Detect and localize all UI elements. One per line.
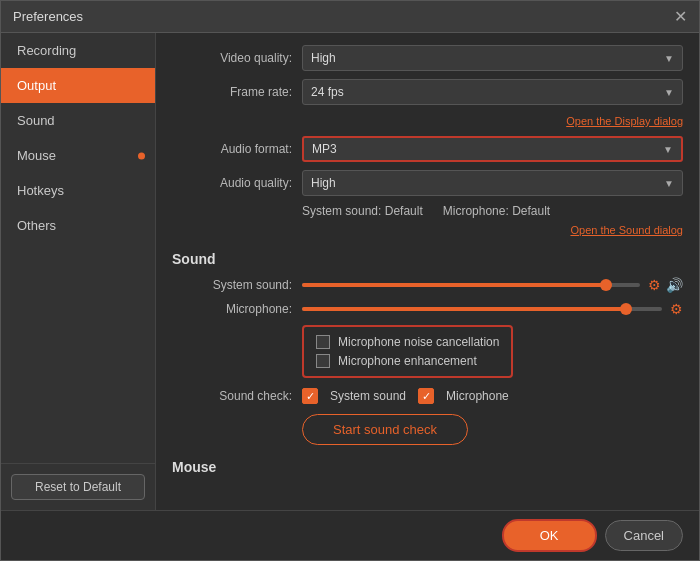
sidebar-item-label: Others	[17, 218, 56, 233]
open-sound-dialog-row: Open the Sound dialog	[172, 222, 683, 237]
noise-cancellation-label: Microphone noise cancellation	[338, 335, 499, 349]
window-title: Preferences	[13, 9, 83, 24]
system-sound-status-label: System sound:	[302, 204, 381, 218]
sidebar-item-sound[interactable]: Sound	[1, 103, 155, 138]
microphone-thumb[interactable]	[620, 303, 632, 315]
audio-format-value: MP3	[312, 142, 337, 156]
video-quality-dropdown[interactable]: High ▼	[302, 45, 683, 71]
system-sound-slider[interactable]	[302, 283, 640, 287]
sidebar-bottom: Reset to Default	[1, 463, 155, 510]
dropdown-arrow-icon: ▼	[664, 87, 674, 98]
system-sound-slider-row: System sound: ⚙ 🔊	[172, 277, 683, 293]
audio-quality-value: High	[311, 176, 336, 190]
microphone-enhancement-row: Microphone enhancement	[316, 354, 499, 368]
sidebar-item-mouse[interactable]: Mouse	[1, 138, 155, 173]
dropdown-arrow-icon: ▼	[664, 53, 674, 64]
sidebar: Recording Output Sound Mouse Hotkeys Oth…	[1, 33, 156, 510]
video-quality-label: Video quality:	[172, 51, 292, 65]
sidebar-item-label: Mouse	[17, 148, 56, 163]
right-panel: Video quality: High ▼ Frame rate: 24 fps…	[156, 33, 699, 510]
microphone-slider-label: Microphone:	[172, 302, 292, 316]
sound-check-items: System sound Microphone	[302, 388, 509, 404]
system-sound-status-value: Default	[385, 204, 423, 218]
microphone-icons: ⚙	[670, 301, 683, 317]
open-display-dialog-row: Open the Display dialog	[172, 113, 683, 128]
open-display-dialog-link[interactable]: Open the Display dialog	[566, 115, 683, 127]
sidebar-item-recording[interactable]: Recording	[1, 33, 155, 68]
sidebar-item-label: Recording	[17, 43, 76, 58]
frame-rate-row: Frame rate: 24 fps ▼	[172, 79, 683, 105]
start-sound-check-button[interactable]: Start sound check	[302, 414, 468, 445]
microphone-status-label: Microphone:	[443, 204, 509, 218]
sidebar-item-hotkeys[interactable]: Hotkeys	[1, 173, 155, 208]
microphone-enhancement-checkbox[interactable]	[316, 354, 330, 368]
sound-status-row: System sound: Default Microphone: Defaul…	[172, 204, 683, 218]
noise-cancellation-checkbox[interactable]	[316, 335, 330, 349]
microphone-status-value: Default	[512, 204, 550, 218]
system-sound-track	[302, 283, 640, 287]
microphone-track	[302, 307, 662, 311]
microphone-options-section: Microphone noise cancellation Microphone…	[302, 325, 513, 378]
microphone-enhancement-label: Microphone enhancement	[338, 354, 477, 368]
noise-cancellation-row: Microphone noise cancellation	[316, 335, 499, 349]
cancel-button[interactable]: Cancel	[605, 520, 683, 551]
settings-icon[interactable]: ⚙	[670, 301, 683, 317]
microphone-fill	[302, 307, 626, 311]
sound-check-mic-checkbox[interactable]	[418, 388, 434, 404]
system-sound-thumb[interactable]	[600, 279, 612, 291]
sidebar-item-label: Hotkeys	[17, 183, 64, 198]
reset-to-default-button[interactable]: Reset to Default	[11, 474, 145, 500]
main-content: Recording Output Sound Mouse Hotkeys Oth…	[1, 33, 699, 510]
microphone-slider[interactable]	[302, 307, 662, 311]
system-sound-slider-label: System sound:	[172, 278, 292, 292]
dropdown-arrow-icon: ▼	[663, 144, 673, 155]
title-bar: Preferences ✕	[1, 1, 699, 33]
sound-check-system-label: System sound	[330, 389, 406, 403]
dropdown-arrow-icon: ▼	[664, 178, 674, 189]
video-quality-row: Video quality: High ▼	[172, 45, 683, 71]
frame-rate-dropdown[interactable]: 24 fps ▼	[302, 79, 683, 105]
speaker-icon[interactable]: 🔊	[666, 277, 683, 293]
audio-format-dropdown[interactable]: MP3 ▼	[302, 136, 683, 162]
start-sound-check-row: Start sound check	[302, 414, 683, 445]
audio-format-label: Audio format:	[172, 142, 292, 156]
open-sound-dialog-link[interactable]: Open the Sound dialog	[570, 224, 683, 236]
ok-button[interactable]: OK	[502, 519, 597, 552]
mouse-section-heading: Mouse	[172, 459, 683, 475]
audio-quality-label: Audio quality:	[172, 176, 292, 190]
frame-rate-value: 24 fps	[311, 85, 344, 99]
sidebar-item-label: Sound	[17, 113, 55, 128]
audio-quality-dropdown[interactable]: High ▼	[302, 170, 683, 196]
sound-check-row: Sound check: System sound Microphone	[172, 388, 683, 404]
video-quality-value: High	[311, 51, 336, 65]
system-sound-status: System sound: Default	[302, 204, 423, 218]
microphone-status: Microphone: Default	[443, 204, 550, 218]
sidebar-item-others[interactable]: Others	[1, 208, 155, 243]
settings-icon[interactable]: ⚙	[648, 277, 661, 293]
system-sound-fill	[302, 283, 606, 287]
system-sound-icons: ⚙ 🔊	[648, 277, 683, 293]
audio-quality-row: Audio quality: High ▼	[172, 170, 683, 196]
sidebar-item-output[interactable]: Output	[1, 68, 155, 103]
microphone-slider-row: Microphone: ⚙	[172, 301, 683, 317]
frame-rate-label: Frame rate:	[172, 85, 292, 99]
bottom-bar: OK Cancel	[1, 510, 699, 560]
sound-check-mic-label: Microphone	[446, 389, 509, 403]
sound-check-label: Sound check:	[172, 389, 292, 403]
preferences-window: Preferences ✕ Recording Output Sound Mou…	[0, 0, 700, 561]
close-button[interactable]: ✕	[674, 9, 687, 25]
notification-dot	[138, 152, 145, 159]
sound-section-heading: Sound	[172, 251, 683, 267]
sound-check-system-checkbox[interactable]	[302, 388, 318, 404]
audio-format-row: Audio format: MP3 ▼	[172, 136, 683, 162]
sidebar-item-label: Output	[17, 78, 56, 93]
